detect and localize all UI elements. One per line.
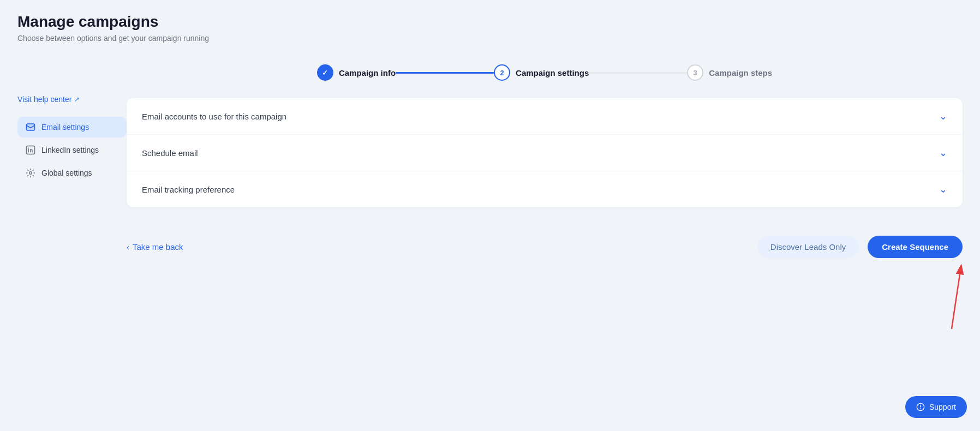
step2-circle: 2 — [494, 64, 510, 81]
page-subtitle: Choose between options and get your camp… — [17, 34, 963, 43]
back-button-label: Take me back — [133, 242, 183, 252]
settings-panel: Email accounts to use for this campaign … — [127, 98, 963, 207]
action-area-wrapper: ‹ Take me back Discover Leads Only Creat… — [127, 220, 963, 269]
visit-help-link[interactable]: Visit help center ↗ — [17, 95, 127, 104]
chevron-down-icon-2: ⌄ — [939, 147, 947, 159]
sidebar-item-linkedin-settings[interactable]: LinkedIn settings — [17, 140, 127, 160]
sidebar-nav: Email settings LinkedIn settings — [17, 117, 127, 183]
step3-circle: 3 — [687, 64, 703, 81]
connector-1 — [396, 72, 494, 74]
discover-leads-button[interactable]: Discover Leads Only — [757, 236, 859, 258]
stepper: ✓ Campaign info 2 Campaign settings — [127, 51, 963, 98]
step-campaign-steps: 3 Campaign steps — [687, 64, 772, 81]
help-link-label: Visit help center — [17, 95, 71, 104]
step-campaign-info: ✓ Campaign info — [317, 64, 396, 81]
chevron-down-icon-3: ⌄ — [939, 183, 947, 195]
email-settings-label: Email settings — [41, 123, 89, 131]
step3-label: Campaign steps — [709, 68, 772, 77]
red-arrow-annotation — [919, 264, 973, 334]
step2-label: Campaign settings — [516, 68, 589, 77]
step1-circle: ✓ — [317, 64, 333, 81]
step1-label: Campaign info — [339, 68, 396, 77]
step-campaign-settings: 2 Campaign settings — [494, 64, 589, 81]
svg-line-5 — [952, 274, 960, 329]
connector-2 — [589, 72, 687, 74]
step2-number: 2 — [500, 69, 504, 77]
email-tracking-row[interactable]: Email tracking preference ⌄ — [127, 171, 963, 207]
step3-number: 3 — [694, 69, 697, 77]
email-accounts-row[interactable]: Email accounts to use for this campaign … — [127, 98, 963, 135]
create-sequence-button[interactable]: Create Sequence — [868, 236, 963, 258]
support-label: Support — [929, 403, 956, 411]
chevron-down-icon-1: ⌄ — [939, 110, 947, 122]
action-bar: ‹ Take me back Discover Leads Only Creat… — [127, 225, 963, 269]
support-icon — [916, 403, 925, 411]
sidebar: Visit help center ↗ Email settings — [17, 51, 127, 431]
linkedin-icon — [25, 145, 36, 155]
email-accounts-label: Email accounts to use for this campaign — [142, 112, 286, 121]
sidebar-item-email-settings[interactable]: Email settings — [17, 117, 127, 137]
external-link-icon: ↗ — [74, 95, 80, 103]
email-tracking-label: Email tracking preference — [142, 185, 235, 194]
take-me-back-button[interactable]: ‹ Take me back — [127, 242, 183, 252]
action-buttons-group: Discover Leads Only Create Sequence — [757, 236, 963, 258]
global-settings-label: Global settings — [41, 169, 92, 177]
back-arrow-icon: ‹ — [127, 242, 129, 252]
schedule-email-row[interactable]: Schedule email ⌄ — [127, 135, 963, 171]
linkedin-settings-label: LinkedIn settings — [41, 146, 99, 154]
gear-icon — [25, 168, 36, 178]
checkmark-icon: ✓ — [322, 69, 328, 77]
support-button[interactable]: Support — [905, 396, 967, 418]
content-area: ✓ Campaign info 2 Campaign settings — [127, 51, 963, 431]
email-icon — [25, 122, 36, 132]
sidebar-item-global-settings[interactable]: Global settings — [17, 163, 127, 183]
svg-point-3 — [29, 172, 32, 175]
schedule-email-label: Schedule email — [142, 148, 198, 158]
svg-rect-0 — [27, 124, 35, 130]
page-title: Manage campaigns — [17, 13, 963, 31]
